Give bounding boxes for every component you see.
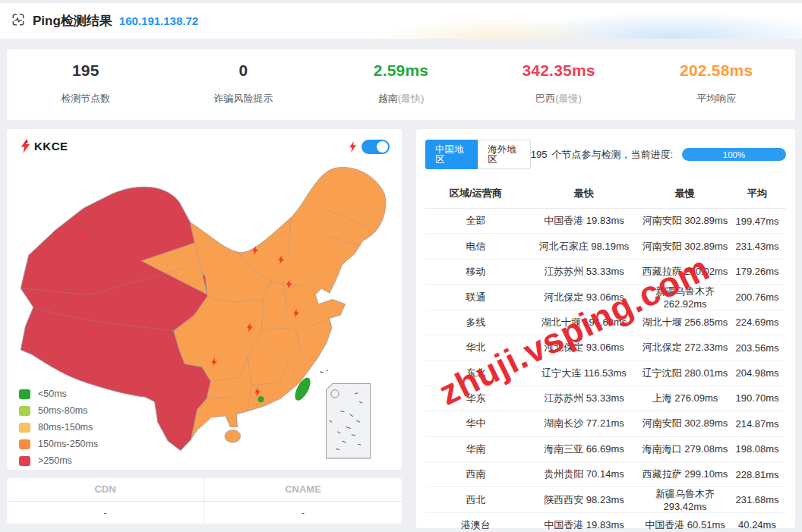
stat-label: 平均响应 <box>637 92 795 105</box>
value-cell: 西藏拉萨 299.10ms <box>642 467 728 481</box>
cdn-header-0: CDN <box>7 478 204 502</box>
stat-label-text: 平均响应 <box>696 93 736 104</box>
stat-label: 越南(最快) <box>322 92 480 105</box>
legend-item-4: >250ms <box>19 452 98 469</box>
value-cell: 河北保定 272.33ms <box>642 341 728 354</box>
legend-item-2: 80ms-150ms <box>19 419 98 436</box>
stat-label: 诈骗风险提示 <box>165 92 323 105</box>
stat-label: 检测节点数 <box>7 92 165 105</box>
page-title: Ping检测结果 <box>33 12 112 30</box>
region-cell: 华南 <box>425 442 526 456</box>
table-row: 联通河北保定 93.06ms新疆乌鲁木齐 262.92ms200.76ms <box>425 285 786 310</box>
value-cell: 231.43ms <box>728 241 786 252</box>
value-cell: 河南安阳 302.89ms <box>642 240 728 253</box>
map-sea-inset <box>327 383 371 458</box>
legend-label: 80ms-150ms <box>38 422 93 433</box>
legend-label: <50ms <box>38 389 67 399</box>
legend-swatch <box>19 439 30 449</box>
legend-swatch <box>19 423 30 433</box>
value-cell: 中国香港 60.51ms <box>642 518 728 532</box>
map-hongkong <box>257 396 264 402</box>
value-cell: 40.24ms <box>728 519 786 530</box>
value-cell: 179.26ms <box>728 266 786 277</box>
legend-item-3: 150ms-250ms <box>19 436 98 452</box>
value-cell: 贵州贵阳 70.14ms <box>526 467 642 481</box>
value-cell: 河南安阳 302.89ms <box>642 417 728 430</box>
cdn-value-1: - <box>204 502 402 524</box>
target-ip: 160.191.138.72 <box>119 14 198 27</box>
latency-table: 区域/运营商最快最慢平均全部中国香港 19.83ms河南安阳 302.89ms1… <box>425 178 786 532</box>
summary-stats-card: 195检测节点数0诈骗风险提示2.59ms越南(最快)342.35ms巴西(最慢… <box>6 49 796 121</box>
map-mode-toggle[interactable] <box>362 140 390 154</box>
legend-label: >250ms <box>38 455 72 466</box>
stat-label-suffix: (最快) <box>398 93 425 104</box>
china-map-card: KKCE <box>6 128 403 471</box>
value-cell: 200.76ms <box>728 291 786 303</box>
tab-overseas-region[interactable]: 海外地区 <box>478 140 530 169</box>
column-header-1: 最快 <box>526 187 642 200</box>
scan-pulse-icon <box>11 12 26 30</box>
legend-label: 50ms-80ms <box>38 405 87 416</box>
value-cell: 190.70ms <box>728 392 786 404</box>
value-cell: 河北保定 93.06ms <box>526 291 642 304</box>
value-cell: 中国香港 19.83ms <box>526 518 642 532</box>
value-cell: 214.87ms <box>728 418 786 430</box>
value-cell: 辽宁大连 116.53ms <box>526 367 642 380</box>
value-cell: 辽宁沈阳 280.01ms <box>642 367 728 380</box>
region-cell: 多线 <box>425 316 526 329</box>
region-cell: 西南 <box>425 467 526 481</box>
node-count: 195 <box>531 149 548 160</box>
value-cell: 海南海口 279.08ms <box>642 442 728 456</box>
value-cell: 224.69ms <box>728 316 786 328</box>
table-row: 港澳台中国香港 19.83ms中国香港 60.51ms40.24ms <box>425 513 786 532</box>
value-cell: 西藏拉萨 290.02ms <box>642 265 728 279</box>
stat-value: 342.35ms <box>480 61 638 80</box>
value-cell: 231.68ms <box>728 494 786 505</box>
latency-table-header: 区域/运营商最快最慢平均 <box>425 178 786 209</box>
region-cell: 全部 <box>425 214 526 228</box>
table-row: 西南贵州贵阳 70.14ms西藏拉萨 299.10ms228.81ms <box>425 462 786 487</box>
table-row: 华北河北保定 93.06ms河北保定 272.33ms203.56ms <box>425 335 786 360</box>
value-cell: 河南安阳 302.89ms <box>642 214 728 228</box>
progress-bar: 100% <box>682 148 786 161</box>
table-row: 全部中国香港 19.83ms河南安阳 302.89ms199.47ms <box>425 209 786 234</box>
value-cell: 河北石家庄 98.19ms <box>526 240 642 253</box>
cdn-header-1: CNAME <box>204 478 402 502</box>
cdn-table-card: CDNCNAME-- <box>6 477 403 524</box>
legend-swatch <box>19 456 30 466</box>
table-row: 华南海南三亚 66.69ms海南海口 279.08ms198.08ms <box>425 437 786 462</box>
stat-label-text: 巴西 <box>535 93 555 104</box>
region-cell: 东北 <box>425 367 526 380</box>
value-cell: 上海 276.09ms <box>642 392 728 405</box>
cdn-table: CDNCNAME-- <box>7 478 402 524</box>
table-row: 西北陕西西安 98.23ms新疆乌鲁木齐 293.42ms231.68ms <box>425 487 786 512</box>
region-cell: 西北 <box>425 493 526 507</box>
stat-item-1: 0诈骗风险提示 <box>165 49 323 120</box>
toggle-knob <box>377 141 388 153</box>
stat-item-2: 2.59ms越南(最快) <box>322 49 480 120</box>
region-cell: 移动 <box>425 265 526 279</box>
stat-label-text: 检测节点数 <box>61 93 110 104</box>
stats-row: 195检测节点数0诈骗风险提示2.59ms越南(最快)342.35ms巴西(最慢… <box>7 49 795 120</box>
legend-swatch <box>19 406 30 416</box>
progress-value: 100% <box>723 150 745 159</box>
stat-value: 195 <box>7 61 165 80</box>
value-cell: 江苏苏州 53.33ms <box>526 265 642 279</box>
value-cell: 199.47ms <box>728 216 786 227</box>
value-cell: 湖北十堰 194.68ms <box>526 316 642 329</box>
table-row: 移动江苏苏州 53.33ms西藏拉萨 290.02ms179.26ms <box>425 260 786 285</box>
stat-label-text: 诈骗风险提示 <box>213 93 273 104</box>
region-cell: 联通 <box>425 291 526 304</box>
table-row: 东北辽宁大连 116.53ms辽宁沈阳 280.01ms204.98ms <box>425 360 786 386</box>
region-cell: 华中 <box>425 417 526 430</box>
stat-label-text: 越南 <box>378 93 398 104</box>
map-hainan <box>225 430 241 443</box>
legend-label: 150ms-250ms <box>38 439 98 449</box>
speed-bolt-icon <box>349 141 357 153</box>
stat-value: 202.58ms <box>637 61 795 80</box>
tab-china-region[interactable]: 中国地区 <box>425 140 478 169</box>
value-cell: 198.08ms <box>728 443 786 455</box>
results-panel: 中国地区 海外地区 195个节点参与检测，当前进度: 100% 区域/运营商最快… <box>415 128 796 529</box>
value-cell: 陕西西安 98.23ms <box>526 493 642 507</box>
value-cell: 204.98ms <box>728 367 786 379</box>
